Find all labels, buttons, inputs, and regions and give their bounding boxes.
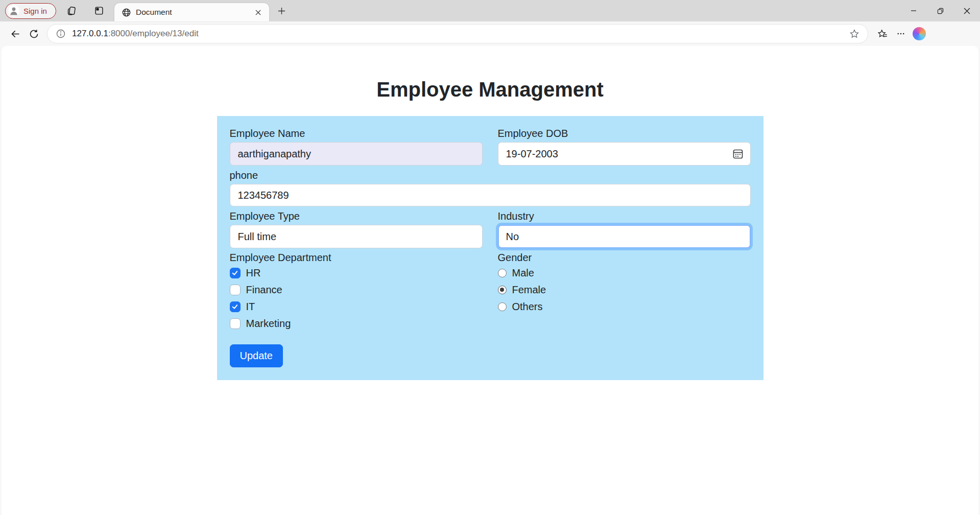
employee-type-label: Employee Type <box>230 210 483 222</box>
back-button[interactable] <box>6 25 25 43</box>
employee-department-label: Employee Department <box>230 251 483 264</box>
gender-label: Gender <box>498 251 751 264</box>
department-option-row: IT <box>230 300 483 313</box>
department-option-row: Marketing <box>230 317 483 330</box>
gender-radio[interactable] <box>498 269 507 277</box>
url-path: :8000/employee/13/edit <box>108 29 199 38</box>
gender-radio[interactable] <box>498 302 507 311</box>
gender-option-row: Male <box>498 266 751 279</box>
department-checkbox[interactable] <box>230 268 241 278</box>
department-option-row: HR <box>230 266 483 279</box>
minimize-button[interactable] <box>900 0 927 21</box>
favorites-icon[interactable] <box>873 25 892 43</box>
gender-option-row: Others <box>498 300 751 313</box>
department-option-label: HR <box>246 267 261 279</box>
employee-form: Employee Name Employee DOB <box>217 116 763 380</box>
industry-input[interactable] <box>498 225 751 248</box>
gender-option-row: Female <box>498 283 751 296</box>
avatar-icon <box>8 5 19 16</box>
favorite-star-icon[interactable] <box>845 25 864 43</box>
department-checkbox[interactable] <box>230 285 241 295</box>
department-option-label: Finance <box>246 284 282 296</box>
employee-dob-input[interactable] <box>498 142 751 166</box>
sign-in-label: Sign in <box>23 7 47 15</box>
tab-strip: Sign in Document <box>0 0 980 21</box>
tab-title: Document <box>136 8 247 17</box>
employee-name-input[interactable] <box>230 142 483 166</box>
update-button[interactable]: Update <box>230 344 283 367</box>
url-text: 127.0.0.1:8000/employee/13/edit <box>72 29 845 39</box>
refresh-button[interactable] <box>25 25 43 43</box>
employee-name-label: Employee Name <box>230 127 483 139</box>
tab-actions-icon[interactable] <box>92 4 106 18</box>
department-option-label: Marketing <box>246 318 291 330</box>
gender-radio[interactable] <box>498 286 507 294</box>
restore-button[interactable] <box>927 0 953 21</box>
employee-dob-label: Employee DOB <box>498 127 751 139</box>
window-controls <box>900 0 980 21</box>
gender-option-label: Male <box>512 267 534 279</box>
tab-close-icon[interactable] <box>252 6 264 18</box>
department-option-label: IT <box>246 301 255 313</box>
phone-label: phone <box>230 169 751 181</box>
department-option-row: Finance <box>230 283 483 296</box>
sign-in-button[interactable]: Sign in <box>5 3 56 19</box>
settings-ellipsis-icon[interactable] <box>892 25 910 43</box>
industry-label: Industry <box>498 210 751 222</box>
phone-input[interactable] <box>230 184 751 206</box>
tab-document[interactable]: Document <box>114 3 269 21</box>
browser-window: Sign in Document <box>0 0 980 46</box>
page-title: Employee Management <box>2 78 978 101</box>
globe-icon <box>122 8 131 17</box>
navigation-bar: 127.0.0.1:8000/employee/13/edit <box>0 21 980 46</box>
department-checkbox[interactable] <box>230 318 241 329</box>
gender-option-label: Others <box>512 301 543 313</box>
site-info-icon[interactable] <box>56 29 66 39</box>
address-bar[interactable]: 127.0.0.1:8000/employee/13/edit <box>47 24 868 43</box>
close-button[interactable] <box>953 0 980 21</box>
url-host: 127.0.0.1 <box>72 29 108 38</box>
calendar-icon[interactable] <box>732 148 744 160</box>
web-page: Employee Management Employee Name Employ… <box>2 46 978 515</box>
new-tab-button[interactable] <box>275 5 288 17</box>
copilot-icon[interactable] <box>910 25 928 43</box>
workspaces-icon[interactable] <box>64 4 79 18</box>
employee-type-input[interactable] <box>230 225 483 248</box>
gender-option-label: Female <box>512 284 546 296</box>
department-checkbox[interactable] <box>230 301 241 312</box>
